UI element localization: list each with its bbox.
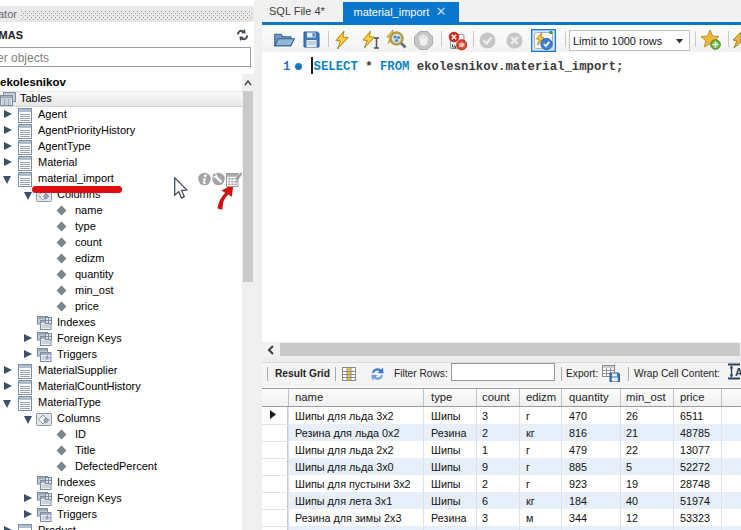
svg-text:A: A: [735, 366, 741, 378]
